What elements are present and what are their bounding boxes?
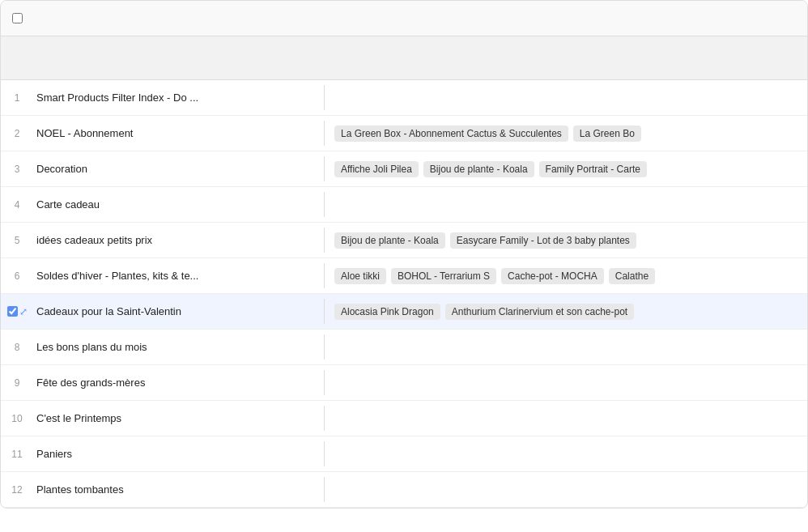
- row-title[interactable]: Plantes tombantes: [33, 477, 325, 502]
- row-number: 2: [15, 128, 20, 139]
- row-number: 4: [15, 199, 20, 211]
- product-tag[interactable]: Cache-pot - MOCHA: [501, 268, 604, 284]
- row-number: 1: [15, 92, 20, 104]
- table-row: 10C'est le Printemps: [1, 401, 807, 436]
- product-tag[interactable]: Bijou de plante - Koala: [334, 232, 445, 249]
- product-tag[interactable]: BOHOL - Terrarium S: [391, 268, 496, 284]
- product-tag[interactable]: Bijou de plante - Koala: [423, 161, 534, 177]
- row-products: [325, 448, 807, 461]
- row-products: Alocasia Pink DragonAnthurium Clarinervi…: [325, 297, 807, 326]
- row-num-cell: 5: [1, 235, 33, 246]
- row-number: 12: [11, 484, 22, 496]
- product-tag[interactable]: Easycare Family - Lot de 3 baby plantes: [450, 232, 636, 249]
- select-all-checkbox-cell[interactable]: [1, 13, 33, 23]
- row-num-cell: 12: [1, 484, 33, 496]
- row-products: [325, 412, 807, 425]
- product-tag[interactable]: Family Portrait - Carte: [539, 161, 647, 177]
- row-products: Aloe tikkiBOHOL - Terrarium SCache-pot -…: [325, 262, 807, 291]
- table-row: 11Paniers: [1, 436, 807, 472]
- row-products: Bijou de plante - KoalaEasycare Family -…: [325, 226, 807, 255]
- row-title[interactable]: Soldes d'hiver - Plantes, kits & te...: [33, 263, 325, 288]
- row-title[interactable]: Smart Products Filter Index - Do ...: [33, 85, 325, 110]
- row-title[interactable]: Les bons plans du mois: [33, 334, 325, 360]
- row-checkbox[interactable]: [7, 306, 18, 317]
- row-products: La Green Box - Abonnement Cactus & Succu…: [325, 119, 807, 148]
- row-number: 6: [15, 270, 20, 282]
- product-tag[interactable]: Affiche Joli Pilea: [334, 161, 419, 177]
- row-number: 11: [11, 449, 22, 460]
- table-row: 3DecorationAffiche Joli PileaBijou de pl…: [1, 151, 807, 187]
- row-title[interactable]: Decoration: [33, 156, 325, 181]
- row-num-cell: 10: [1, 413, 33, 424]
- row-num-cell: 4: [1, 199, 33, 211]
- row-number: 5: [15, 235, 20, 246]
- row-title[interactable]: idées cadeaux petits prix: [33, 228, 325, 253]
- row-title[interactable]: NOEL - Abonnement: [33, 121, 325, 146]
- row-title[interactable]: Fête des grands-mères: [33, 370, 325, 395]
- row-num-cell: 2: [1, 128, 33, 139]
- table-row: 8Les bons plans du mois: [1, 330, 807, 365]
- row-num-cell: 8: [1, 342, 33, 353]
- table-row: 5idées cadeaux petits prixBijou de plant…: [1, 223, 807, 258]
- table-row: 12Plantes tombantes: [1, 472, 807, 508]
- row-products: Affiche Joli PileaBijou de plante - Koal…: [325, 155, 807, 184]
- row-products: [325, 92, 807, 104]
- row-title[interactable]: Paniers: [33, 441, 325, 466]
- row-number: 10: [11, 413, 22, 424]
- product-tag[interactable]: Calathe: [609, 268, 655, 284]
- product-tag[interactable]: Aloe tikki: [334, 268, 386, 284]
- row-num-cell: 9: [1, 377, 33, 389]
- row-products: [325, 198, 807, 211]
- group-header-content: [40, 52, 55, 65]
- row-products: [325, 483, 807, 496]
- row-num-cell: 6: [1, 270, 33, 282]
- row-title[interactable]: Carte cadeau: [33, 192, 325, 217]
- table-row: 4Carte cadeau: [1, 187, 807, 223]
- product-tag[interactable]: La Green Bo: [573, 126, 641, 142]
- table-row: ⤢Cadeaux pour la Saint-ValentinAlocasia …: [1, 294, 807, 330]
- row-number: 8: [15, 342, 20, 353]
- row-title[interactable]: C'est le Printemps: [33, 406, 325, 431]
- table-header: [1, 1, 807, 36]
- row-products: [325, 377, 807, 389]
- rows-container: 1Smart Products Filter Index - Do ...2NO…: [1, 80, 807, 508]
- product-tag[interactable]: La Green Box - Abonnement Cactus & Succu…: [334, 126, 568, 142]
- row-title[interactable]: Cadeaux pour la Saint-Valentin: [33, 299, 325, 324]
- row-num-cell: 3: [1, 164, 33, 175]
- row-num-cell: 1: [1, 92, 33, 104]
- main-table: 1Smart Products Filter Index - Do ...2NO…: [0, 0, 808, 509]
- table-row: 6Soldes d'hiver - Plantes, kits & te...A…: [1, 258, 807, 294]
- row-number: 3: [15, 164, 20, 175]
- row-products: [325, 341, 807, 354]
- group-count: [53, 53, 55, 65]
- row-number: 9: [15, 377, 20, 389]
- row-num-cell: 11: [1, 449, 33, 460]
- row-expand-icon[interactable]: ⤢: [19, 306, 28, 317]
- product-tag[interactable]: Anthurium Clarinervium et son cache-pot: [445, 304, 634, 320]
- product-tag[interactable]: Alocasia Pink Dragon: [334, 304, 440, 320]
- group-header-row: [1, 36, 807, 80]
- row-num-cell: ⤢: [1, 306, 33, 317]
- table-row: 2NOEL - AbonnementLa Green Box - Abonnem…: [1, 116, 807, 151]
- table-row: 9Fête des grands-mères: [1, 365, 807, 401]
- table-row: 1Smart Products Filter Index - Do ...: [1, 80, 807, 116]
- select-all-checkbox[interactable]: [12, 13, 23, 23]
